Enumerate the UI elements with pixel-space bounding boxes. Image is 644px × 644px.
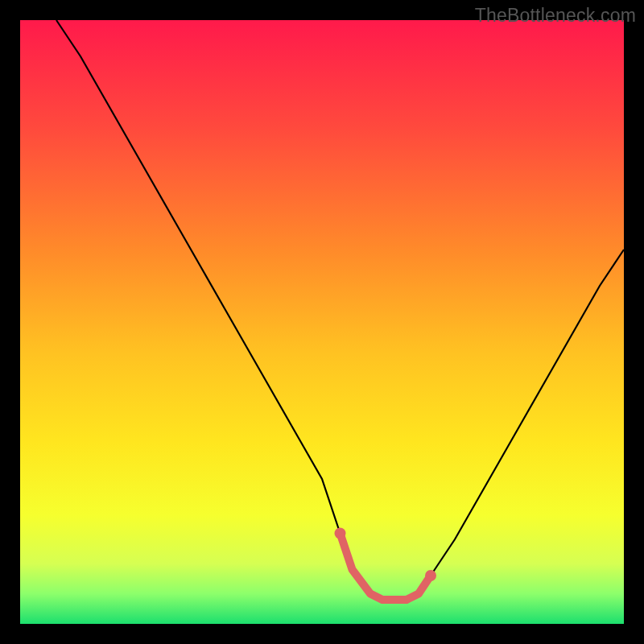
bottleneck-curve (56, 20, 624, 600)
curve-layer (20, 20, 624, 624)
svg-point-2 (425, 570, 436, 581)
plot-area (20, 20, 624, 624)
highlight-band (341, 534, 431, 601)
watermark-text: TheBottleneck.com (475, 5, 636, 27)
chart-stage: TheBottleneck.com (0, 0, 644, 644)
svg-point-1 (335, 528, 346, 539)
